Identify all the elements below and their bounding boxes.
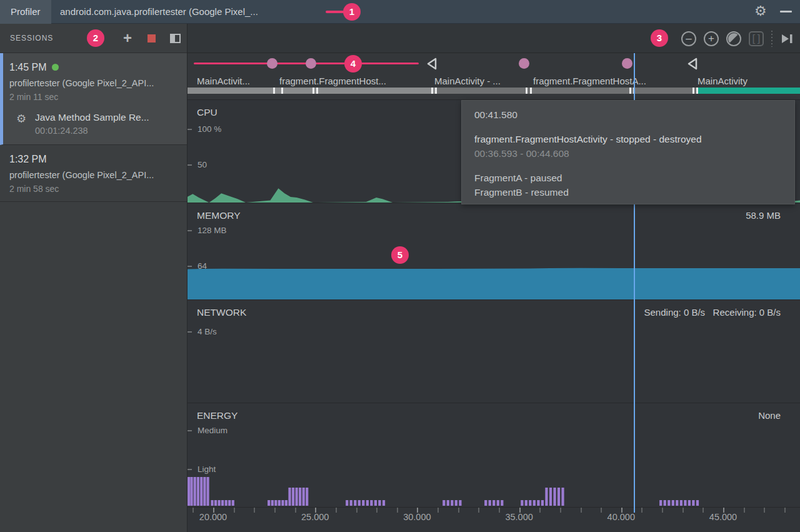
collapse-panel-icon[interactable] (170, 34, 181, 43)
energy-bar (455, 500, 458, 506)
lifecycle-event-tick (435, 88, 437, 94)
touch-event-dot (267, 58, 278, 69)
energy-bar (197, 477, 199, 506)
energy-bar (664, 500, 666, 506)
activity-label: fragment.FragmentHostA... (533, 76, 646, 86)
energy-bar (537, 500, 539, 506)
session-duration: 2 min 11 sec (3, 88, 187, 102)
session-artifact-row[interactable]: ⚙ Java Method Sample Re... 00:01:24.238 (3, 112, 187, 136)
energy-bar (278, 500, 281, 506)
energy-bar (378, 500, 381, 506)
axis-minor-tick (274, 508, 276, 513)
energy-bar (288, 488, 291, 506)
energy-bar (211, 500, 213, 506)
zoom-in-button[interactable]: + (704, 31, 719, 46)
session-time-text: 1:32 PM (9, 154, 47, 164)
memory-track[interactable]: MEMORY 58.9 MB 128 MB 64 (188, 203, 800, 300)
axis-minor-tick (641, 508, 642, 513)
session-item-previous[interactable]: 1:32 PM profilertester (Google Pixel_2_A… (0, 145, 187, 202)
memory-usage-area-chart (188, 203, 800, 299)
axis-tick-dash (188, 331, 192, 333)
sessions-toolbar: SESSIONS 2 + (0, 24, 187, 53)
events-timeline[interactable]: 4 MainActivit...fragment.FragmentHost...… (188, 53, 800, 100)
axis-minor-tick (539, 508, 541, 513)
energy-bar (228, 500, 231, 506)
back-button-event-icon (686, 57, 699, 71)
tab-profiler[interactable]: Profiler (0, 0, 51, 24)
lifecycle-event-tick (273, 88, 275, 94)
network-rates: Sending: 0 B/s Receiving: 0 B/s (644, 307, 781, 318)
lifecycle-event-tick (312, 88, 314, 94)
energy-bar (497, 500, 499, 506)
network-receiving: Receiving: 0 B/s (713, 307, 781, 318)
go-live-button[interactable] (780, 32, 794, 46)
energy-track[interactable]: ENERGY None Medium Light (188, 403, 800, 508)
network-track[interactable]: NETWORK Sending: 0 B/s Receiving: 0 B/s … (188, 300, 800, 403)
energy-bar (281, 500, 284, 506)
energy-bar (214, 500, 217, 506)
artifact-name: Java Method Sample Re... (35, 112, 187, 123)
energy-bar (268, 500, 270, 506)
energy-bar (558, 488, 560, 506)
energy-bar (350, 500, 352, 506)
axis-minor-tick (438, 508, 439, 513)
axis-minor-tick (560, 508, 561, 513)
energy-bar (374, 500, 377, 506)
energy-bar (203, 477, 206, 506)
energy-bar (447, 500, 449, 506)
axis-minor-tick (254, 508, 255, 513)
energy-bar (225, 500, 228, 506)
energy-bar (553, 488, 556, 506)
timeline-toolbar: 3 – + [ ] (188, 24, 800, 53)
event-tooltip: 00:41.580 fragment.FragmentHostActivity … (461, 100, 795, 204)
touch-event-dot (622, 58, 632, 69)
annotation-badge-3: 3 (651, 29, 668, 47)
time-axis: 20.00025.00030.00035.00040.00045.000 (188, 508, 800, 532)
new-session-button[interactable]: + (123, 28, 132, 48)
tooltip-range: 00:36.593 - 00:44.608 (474, 148, 782, 159)
energy-bar (484, 500, 487, 506)
energy-bar (346, 500, 348, 506)
stop-session-button[interactable] (148, 34, 156, 43)
minimize-icon[interactable] (780, 11, 792, 13)
back-button-event-icon (426, 57, 438, 71)
session-duration: 2 min 58 sec (0, 180, 187, 194)
axis-minor-tick (458, 508, 459, 513)
tooltip-fragment-a: FragmentA - paused (474, 173, 782, 184)
energy-bar (299, 488, 301, 506)
network-sending: Sending: 0 B/s (644, 307, 706, 318)
activity-label: MainActivity - ... (434, 76, 501, 86)
sessions-panel: SESSIONS 2 + 1:45 PM profilertester (Goo… (0, 24, 188, 532)
annotation-badge-1: 1 (343, 3, 361, 21)
lifecycle-event-tick (530, 88, 532, 94)
lifecycle-event-tick (696, 88, 698, 94)
energy-bar (218, 500, 221, 506)
network-title: NETWORK (197, 307, 246, 318)
profiler-window: Profiler android.com.java.profilertester… (0, 0, 800, 532)
reset-zoom-button[interactable] (726, 31, 741, 46)
energy-bar (296, 488, 298, 506)
gear-icon[interactable]: ⚙ (754, 3, 767, 19)
lifecycle-segment (698, 88, 800, 94)
annotation-badge-2: 2 (87, 29, 104, 47)
session-item-current[interactable]: 1:45 PM profilertester (Google Pixel_2_A… (0, 53, 187, 145)
axis-minor-tick (784, 508, 786, 513)
axis-label: 40.000 (602, 512, 640, 522)
zoom-to-selection-button[interactable]: [ ] (749, 31, 764, 46)
zoom-controls: – + [ ] (681, 31, 794, 47)
energy-bar (306, 488, 308, 506)
axis-label: 45.000 (704, 512, 742, 522)
axis-minor-tick (581, 508, 582, 513)
activity-lifecycle-bar (188, 88, 800, 94)
energy-bar (521, 500, 523, 506)
axis-minor-tick (356, 508, 358, 513)
energy-bar (190, 477, 192, 506)
zoom-out-button[interactable]: – (681, 31, 696, 46)
activity-label: MainActivit... (197, 76, 250, 86)
session-title[interactable]: android.com.java.profilertester (Google … (60, 0, 258, 24)
energy-bar (489, 500, 491, 506)
reset-zoom-icon (726, 31, 741, 46)
energy-bar (529, 500, 531, 506)
activity-label: fragment.FragmentHost... (279, 76, 386, 86)
toolbar-separator (771, 31, 772, 47)
